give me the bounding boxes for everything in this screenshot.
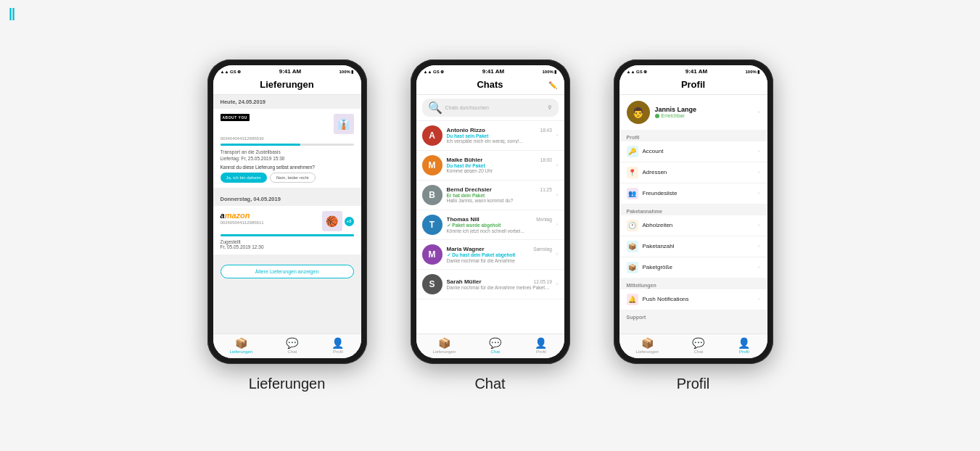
nav-item-lieferungen-3[interactable]: 📦 Lieferungen	[636, 337, 659, 354]
chat-name-1: Maike Bühler	[447, 157, 483, 163]
menu-item-paketgrosse[interactable]: 📦 Paketgröße ›	[619, 257, 767, 278]
avatar-5: S	[422, 274, 442, 294]
progress-bar-2	[221, 234, 354, 236]
phone-label-1: Lieferungen	[249, 376, 326, 392]
chat-item-1[interactable]: M Maike Bühler 18:00 Du hast ihr Paket K…	[416, 151, 564, 181]
signal-1: ▲▲ GS ⊕	[221, 69, 242, 74]
delivery-img-basketball: 🏀	[322, 211, 342, 231]
menu-item-paketanzahl[interactable]: 📦 Paketanzahl ›	[619, 236, 767, 257]
screen-title-3: Profil	[681, 79, 705, 90]
menu-text-pushnotif: Push Notifications	[643, 296, 754, 302]
user-chevron: ›	[758, 109, 760, 115]
chat-name-0: Antonio Rizzo	[447, 127, 485, 133]
menu-item-freundesliste[interactable]: 👥 Freundesliste ›	[619, 183, 767, 204]
menu-text-freundesliste: Freundesliste	[643, 190, 754, 196]
btn-no[interactable]: Nein, leider nicht	[270, 173, 316, 183]
chat-search-bar[interactable]: 🔍 Chats durchsuchen 🎙	[416, 95, 564, 121]
profile-name: Jannis Lange	[655, 106, 697, 113]
chevron-3: ›	[556, 221, 559, 228]
menu-item-account[interactable]: 🔑 Account ›	[619, 141, 767, 162]
profile-status: Erreichbar	[655, 113, 697, 118]
phone-chat: ▲▲ GS ⊕ 9:41 AM 100% ▮ Chats ✏️ 🔍 Chats …	[411, 59, 570, 392]
older-deliveries-btn[interactable]: Ältere Lieferungen anzeigen	[221, 265, 354, 278]
phone-inner-1: ▲▲ GS ⊕ 9:41 AM 100% ▮ Lieferungen Heute…	[213, 65, 361, 358]
bottom-nav-1: 📦 Lieferungen 💬 Chat 👤 Profil	[213, 334, 361, 358]
chat-content-5: Sarah Müller 12.05.19 Danke nochmal für …	[447, 278, 552, 290]
screen-header-1: Lieferungen	[213, 76, 361, 95]
chat-time-0: 18:43	[540, 128, 552, 133]
profile-user-info: 👨 Jannis Lange Erreichbar	[627, 101, 697, 124]
edit-icon[interactable]: ✏️	[548, 81, 557, 89]
nav-item-profil-3[interactable]: 👤 Profil	[738, 337, 750, 354]
menu-chevron-adressen: ›	[758, 169, 760, 175]
profile-section-label-2: Mitteilungen	[619, 280, 767, 289]
nav-item-profil-2[interactable]: 👤 Profil	[535, 337, 547, 354]
nav-label-lieferungen-1: Lieferungen	[230, 349, 253, 354]
avatar-2: B	[422, 185, 442, 205]
time-2: 9:41 AM	[482, 68, 504, 75]
delivery-info-1: Transport an die ZustellbasisLiefertag: …	[221, 149, 354, 163]
chat-name-4: Maria Wagner	[447, 246, 485, 252]
avatar-4: M	[422, 244, 442, 265]
menu-item-abholzeiten[interactable]: 🕐 Abholzeiten ›	[619, 215, 767, 236]
chat-item-4[interactable]: M Maria Wagner Samstag ✓ Du hast dein Pa…	[416, 240, 564, 270]
status-bar-2: ▲▲ GS ⊕ 9:41 AM 100% ▮	[416, 65, 564, 76]
date-header-1: Heute, 24.05.2019	[213, 95, 361, 107]
nav-item-chat-3[interactable]: 💬 Chat	[692, 337, 704, 354]
menu-icon-freundesliste: 👥	[627, 188, 638, 199]
screen-header-3: Profil	[619, 76, 767, 95]
chevron-1: ›	[556, 162, 559, 168]
phones-row: ▲▲ GS ⊕ 9:41 AM 100% ▮ Lieferungen Heute…	[207, 59, 773, 392]
screen-header-2: Chats ✏️	[416, 76, 564, 95]
nav-label-profil-1: Profil	[333, 349, 343, 354]
chat-name-2: Bernd Drechsler	[447, 186, 492, 193]
nav-item-lieferungen-2[interactable]: 📦 Lieferungen	[433, 337, 456, 354]
nav-icon-lieferungen-2: 📦	[438, 337, 450, 349]
menu-item-pushnotif[interactable]: 🔔 Push Notifications ›	[619, 289, 767, 310]
btn-yes[interactable]: Ja, ich bin daheim	[221, 173, 267, 183]
profile-user-card[interactable]: 👨 Jannis Lange Erreichbar ›	[619, 95, 767, 130]
profile-section-label-3: Support	[619, 312, 767, 321]
phone-label-2: Chat	[474, 376, 505, 392]
nav-label-chat-2: Chat	[491, 349, 501, 354]
menu-chevron-pushnotif: ›	[758, 296, 760, 302]
chat-status-0: Du hast sein Paket	[447, 133, 552, 138]
chat-item-5[interactable]: S Sarah Müller 12.05.19 Danke nochmal fü…	[416, 270, 564, 299]
menu-icon-account: 🔑	[627, 146, 638, 157]
status-dot	[655, 114, 659, 118]
screen-title-1: Lieferungen	[260, 79, 313, 90]
delivery-question-1: Kannst du diese Lieferung selbst annehme…	[221, 165, 354, 170]
chat-content-2: Bernd Drechsler 11:25 Er hat dein Paket …	[447, 186, 552, 203]
nav-item-chat-1[interactable]: 💬 Chat	[286, 337, 298, 354]
profile-avatar: 👨	[627, 101, 650, 124]
menu-icon-pushnotif: 🔔	[627, 294, 638, 305]
nav-icon-chat-1: 💬	[286, 337, 298, 349]
nav-item-profil-1[interactable]: 👤 Profil	[332, 337, 344, 354]
chat-item-2[interactable]: B Bernd Drechsler 11:25 Er hat dein Pake…	[416, 181, 564, 210]
bottom-nav-3: 📦 Lieferungen 💬 Chat 👤 Profil	[619, 334, 767, 358]
chat-item-0[interactable]: A Antonio Rizzo 18:43 Du hast sein Paket…	[416, 121, 564, 151]
chat-time-4: Samstag	[533, 247, 552, 252]
nav-icon-lieferungen-1: 📦	[235, 337, 247, 349]
menu-icon-adressen: 📍	[627, 167, 638, 178]
menu-text-paketanzahl: Paketanzahl	[643, 243, 754, 249]
chat-status-3: ✓ Paket wurde abgeholt	[447, 223, 552, 228]
menu-text-paketgrosse: Paketgröße	[643, 264, 754, 270]
page-logo: ||	[9, 6, 15, 21]
chat-preview-1: Komme gegen 20 Uhr	[447, 168, 552, 173]
menu-item-adressen[interactable]: 📍 Adressen ›	[619, 162, 767, 183]
time-3: 9:41 AM	[685, 68, 707, 75]
menu-icon-abholzeiten: 🕐	[627, 220, 638, 231]
delivery-card-amazon: amazon 002405044312985611 🏀 +3 Zugestell	[213, 206, 361, 255]
chat-preview-5: Danke nochmal für die Annahme meines Pak…	[447, 285, 552, 290]
phone-frame-3: ▲▲ GS ⊕ 9:41 AM 100% ▮ Profil 👨 Jannis L…	[614, 59, 773, 364]
menu-chevron-abholzeiten: ›	[758, 222, 760, 228]
chat-item-3[interactable]: T Thomas Nill Montag ✓ Paket wurde abgeh…	[416, 210, 564, 240]
menu-chevron-freundesliste: ›	[758, 190, 760, 196]
aboutyou-logo: ABOUT YOU	[221, 114, 250, 121]
phone-frame-1: ▲▲ GS ⊕ 9:41 AM 100% ▮ Lieferungen Heute…	[207, 59, 367, 364]
menu-icon-paketgrosse: 📦	[627, 262, 638, 273]
nav-item-lieferungen-1[interactable]: 📦 Lieferungen	[230, 337, 253, 354]
nav-item-chat-2[interactable]: 💬 Chat	[489, 337, 501, 354]
chat-content-1: Maike Bühler 18:00 Du hast ihr Paket Kom…	[447, 157, 552, 173]
